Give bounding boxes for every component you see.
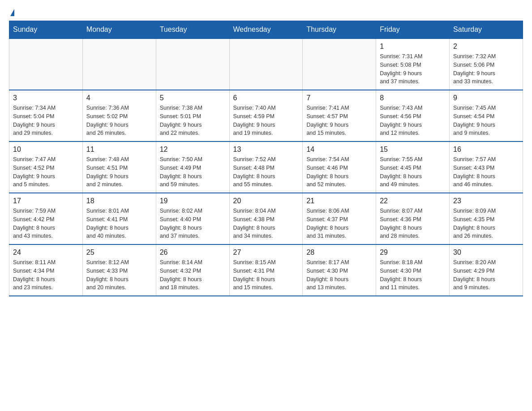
day-info: Sunrise: 7:32 AM Sunset: 5:06 PM Dayligh… bbox=[453, 52, 519, 86]
day-info: Sunrise: 8:07 AM Sunset: 4:36 PM Dayligh… bbox=[380, 207, 446, 240]
weekday-header-saturday: Saturday bbox=[450, 21, 523, 39]
day-number: 25 bbox=[86, 248, 152, 257]
day-number: 5 bbox=[160, 94, 226, 102]
day-number: 9 bbox=[453, 94, 519, 102]
day-number: 20 bbox=[233, 197, 299, 205]
day-info: Sunrise: 7:36 AM Sunset: 5:02 PM Dayligh… bbox=[86, 104, 152, 137]
weekday-header-friday: Friday bbox=[376, 21, 450, 39]
day-cell: 25Sunrise: 8:12 AM Sunset: 4:33 PM Dayli… bbox=[82, 244, 156, 296]
day-info: Sunrise: 7:52 AM Sunset: 4:48 PM Dayligh… bbox=[233, 155, 299, 189]
day-cell: 27Sunrise: 8:15 AM Sunset: 4:31 PM Dayli… bbox=[229, 244, 303, 296]
day-info: Sunrise: 8:11 AM Sunset: 4:34 PM Dayligh… bbox=[13, 258, 79, 292]
day-cell: 13Sunrise: 7:52 AM Sunset: 4:48 PM Dayli… bbox=[229, 141, 303, 193]
page-header bbox=[9, 9, 523, 16]
day-cell: 8Sunrise: 7:43 AM Sunset: 4:56 PM Daylig… bbox=[376, 90, 450, 141]
day-number: 13 bbox=[233, 146, 299, 154]
day-cell: 14Sunrise: 7:54 AM Sunset: 4:46 PM Dayli… bbox=[303, 141, 376, 193]
day-number: 24 bbox=[13, 248, 79, 257]
day-number: 11 bbox=[86, 146, 152, 154]
day-info: Sunrise: 7:34 AM Sunset: 5:04 PM Dayligh… bbox=[13, 104, 79, 137]
day-cell: 23Sunrise: 8:09 AM Sunset: 4:35 PM Dayli… bbox=[450, 193, 523, 244]
day-number: 29 bbox=[380, 248, 446, 257]
weekday-header-monday: Monday bbox=[82, 21, 156, 39]
day-cell: 18Sunrise: 8:01 AM Sunset: 4:41 PM Dayli… bbox=[82, 193, 156, 244]
day-info: Sunrise: 7:41 AM Sunset: 4:57 PM Dayligh… bbox=[306, 104, 372, 137]
day-number: 14 bbox=[306, 146, 372, 154]
week-row-3: 10Sunrise: 7:47 AM Sunset: 4:52 PM Dayli… bbox=[9, 141, 523, 193]
day-cell: 7Sunrise: 7:41 AM Sunset: 4:57 PM Daylig… bbox=[303, 90, 376, 141]
day-number: 2 bbox=[453, 43, 519, 51]
day-number: 17 bbox=[13, 197, 79, 205]
day-info: Sunrise: 8:06 AM Sunset: 4:37 PM Dayligh… bbox=[306, 207, 372, 240]
day-number: 1 bbox=[380, 43, 446, 51]
day-cell: 16Sunrise: 7:57 AM Sunset: 4:43 PM Dayli… bbox=[450, 141, 523, 193]
day-number: 28 bbox=[306, 248, 372, 257]
day-info: Sunrise: 7:40 AM Sunset: 4:59 PM Dayligh… bbox=[233, 104, 299, 137]
day-number: 7 bbox=[306, 94, 372, 102]
day-info: Sunrise: 8:09 AM Sunset: 4:35 PM Dayligh… bbox=[453, 207, 519, 240]
day-cell: 26Sunrise: 8:14 AM Sunset: 4:32 PM Dayli… bbox=[156, 244, 229, 296]
day-number: 6 bbox=[233, 94, 299, 102]
day-number: 27 bbox=[233, 248, 299, 257]
day-info: Sunrise: 8:04 AM Sunset: 4:38 PM Dayligh… bbox=[233, 207, 299, 240]
day-number: 12 bbox=[160, 146, 226, 154]
day-info: Sunrise: 8:20 AM Sunset: 4:29 PM Dayligh… bbox=[453, 258, 519, 292]
day-info: Sunrise: 7:50 AM Sunset: 4:49 PM Dayligh… bbox=[160, 155, 226, 189]
calendar-table: SundayMondayTuesdayWednesdayThursdayFrid… bbox=[9, 21, 523, 296]
day-info: Sunrise: 7:38 AM Sunset: 5:01 PM Dayligh… bbox=[160, 104, 226, 137]
day-cell: 10Sunrise: 7:47 AM Sunset: 4:52 PM Dayli… bbox=[9, 141, 83, 193]
day-info: Sunrise: 7:47 AM Sunset: 4:52 PM Dayligh… bbox=[13, 155, 79, 189]
day-info: Sunrise: 8:12 AM Sunset: 4:33 PM Dayligh… bbox=[86, 258, 152, 292]
day-number: 26 bbox=[160, 248, 226, 257]
day-info: Sunrise: 7:57 AM Sunset: 4:43 PM Dayligh… bbox=[453, 155, 519, 189]
day-cell: 3Sunrise: 7:34 AM Sunset: 5:04 PM Daylig… bbox=[9, 90, 83, 141]
day-cell: 11Sunrise: 7:48 AM Sunset: 4:51 PM Dayli… bbox=[82, 141, 156, 193]
day-info: Sunrise: 8:17 AM Sunset: 4:30 PM Dayligh… bbox=[306, 258, 372, 292]
day-info: Sunrise: 8:15 AM Sunset: 4:31 PM Dayligh… bbox=[233, 258, 299, 292]
day-cell: 29Sunrise: 8:18 AM Sunset: 4:30 PM Dayli… bbox=[376, 244, 450, 296]
day-cell: 28Sunrise: 8:17 AM Sunset: 4:30 PM Dayli… bbox=[303, 244, 376, 296]
week-row-4: 17Sunrise: 7:59 AM Sunset: 4:42 PM Dayli… bbox=[9, 193, 523, 244]
day-cell: 19Sunrise: 8:02 AM Sunset: 4:40 PM Dayli… bbox=[156, 193, 229, 244]
day-cell: 15Sunrise: 7:55 AM Sunset: 4:45 PM Dayli… bbox=[376, 141, 450, 193]
day-cell: 30Sunrise: 8:20 AM Sunset: 4:29 PM Dayli… bbox=[450, 244, 523, 296]
week-row-1: 1Sunrise: 7:31 AM Sunset: 5:08 PM Daylig… bbox=[9, 39, 523, 90]
weekday-header-tuesday: Tuesday bbox=[156, 21, 229, 39]
day-number: 8 bbox=[380, 94, 446, 102]
day-cell: 17Sunrise: 7:59 AM Sunset: 4:42 PM Dayli… bbox=[9, 193, 83, 244]
day-cell: 6Sunrise: 7:40 AM Sunset: 4:59 PM Daylig… bbox=[229, 90, 303, 141]
day-number: 19 bbox=[160, 197, 226, 205]
day-cell: 12Sunrise: 7:50 AM Sunset: 4:49 PM Dayli… bbox=[156, 141, 229, 193]
day-info: Sunrise: 7:45 AM Sunset: 4:54 PM Dayligh… bbox=[453, 104, 519, 137]
day-number: 15 bbox=[380, 146, 446, 154]
day-cell: 4Sunrise: 7:36 AM Sunset: 5:02 PM Daylig… bbox=[82, 90, 156, 141]
day-number: 23 bbox=[453, 197, 519, 205]
day-info: Sunrise: 7:55 AM Sunset: 4:45 PM Dayligh… bbox=[380, 155, 446, 189]
day-info: Sunrise: 7:31 AM Sunset: 5:08 PM Dayligh… bbox=[380, 52, 446, 86]
day-cell bbox=[9, 39, 83, 90]
week-row-2: 3Sunrise: 7:34 AM Sunset: 5:04 PM Daylig… bbox=[9, 90, 523, 141]
day-cell bbox=[229, 39, 303, 90]
week-row-5: 24Sunrise: 8:11 AM Sunset: 4:34 PM Dayli… bbox=[9, 244, 523, 296]
day-info: Sunrise: 7:43 AM Sunset: 4:56 PM Dayligh… bbox=[380, 104, 446, 137]
weekday-header-sunday: Sunday bbox=[9, 21, 83, 39]
day-number: 10 bbox=[13, 146, 79, 154]
day-cell: 20Sunrise: 8:04 AM Sunset: 4:38 PM Dayli… bbox=[229, 193, 303, 244]
day-info: Sunrise: 7:48 AM Sunset: 4:51 PM Dayligh… bbox=[86, 155, 152, 189]
day-cell: 22Sunrise: 8:07 AM Sunset: 4:36 PM Dayli… bbox=[376, 193, 450, 244]
day-cell: 21Sunrise: 8:06 AM Sunset: 4:37 PM Dayli… bbox=[303, 193, 376, 244]
day-cell: 9Sunrise: 7:45 AM Sunset: 4:54 PM Daylig… bbox=[450, 90, 523, 141]
day-info: Sunrise: 8:02 AM Sunset: 4:40 PM Dayligh… bbox=[160, 207, 226, 240]
day-cell bbox=[303, 39, 376, 90]
day-cell bbox=[156, 39, 229, 90]
day-info: Sunrise: 8:14 AM Sunset: 4:32 PM Dayligh… bbox=[160, 258, 226, 292]
weekday-header-thursday: Thursday bbox=[303, 21, 376, 39]
day-cell: 24Sunrise: 8:11 AM Sunset: 4:34 PM Dayli… bbox=[9, 244, 83, 296]
day-number: 3 bbox=[13, 94, 79, 102]
logo-triangle-icon bbox=[10, 9, 14, 16]
day-number: 22 bbox=[380, 197, 446, 205]
day-number: 21 bbox=[306, 197, 372, 205]
day-number: 16 bbox=[453, 146, 519, 154]
logo bbox=[9, 9, 14, 16]
day-number: 4 bbox=[86, 94, 152, 102]
